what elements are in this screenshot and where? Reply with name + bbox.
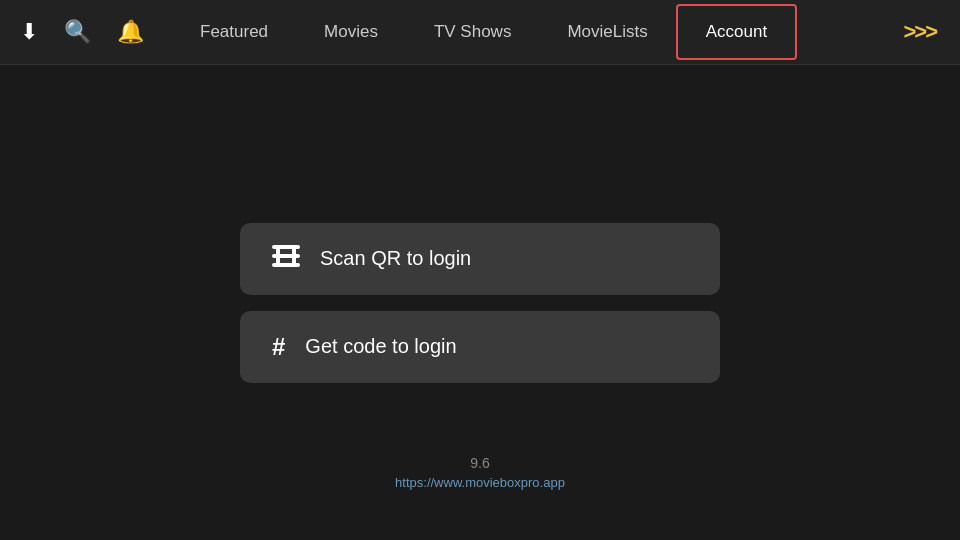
navbar: ⬇ 🔍 🔔 Featured Movies TV Shows MovieList… bbox=[0, 0, 960, 65]
get-code-label: Get code to login bbox=[305, 335, 456, 358]
alarm-icon[interactable]: 🔔 bbox=[113, 15, 148, 49]
svg-rect-3 bbox=[276, 245, 280, 267]
nav-links: Featured Movies TV Shows MovieLists Acco… bbox=[172, 0, 895, 65]
nav-right: >>> bbox=[895, 15, 944, 49]
nav-icon-group: ⬇ 🔍 🔔 bbox=[16, 15, 148, 49]
get-code-button[interactable]: # Get code to login bbox=[240, 311, 720, 383]
nav-account[interactable]: Account bbox=[676, 4, 797, 60]
nav-movielists[interactable]: MovieLists bbox=[539, 0, 675, 65]
nav-tvshows[interactable]: TV Shows bbox=[406, 0, 539, 65]
scan-qr-label: Scan QR to login bbox=[320, 247, 471, 270]
download-icon[interactable]: ⬇ bbox=[16, 15, 42, 49]
nav-featured[interactable]: Featured bbox=[172, 0, 296, 65]
scan-qr-button[interactable]: Scan QR to login bbox=[240, 223, 720, 295]
version-info: 9.6 https://www.movieboxpro.app bbox=[395, 455, 565, 490]
nav-movies[interactable]: Movies bbox=[296, 0, 406, 65]
version-number: 9.6 bbox=[470, 455, 489, 471]
search-icon[interactable]: 🔍 bbox=[60, 15, 95, 49]
version-url: https://www.movieboxpro.app bbox=[395, 475, 565, 490]
hash-icon: # bbox=[272, 333, 285, 361]
qr-icon bbox=[272, 245, 300, 273]
chevrons-icon[interactable]: >>> bbox=[895, 15, 944, 49]
svg-rect-4 bbox=[292, 245, 296, 267]
